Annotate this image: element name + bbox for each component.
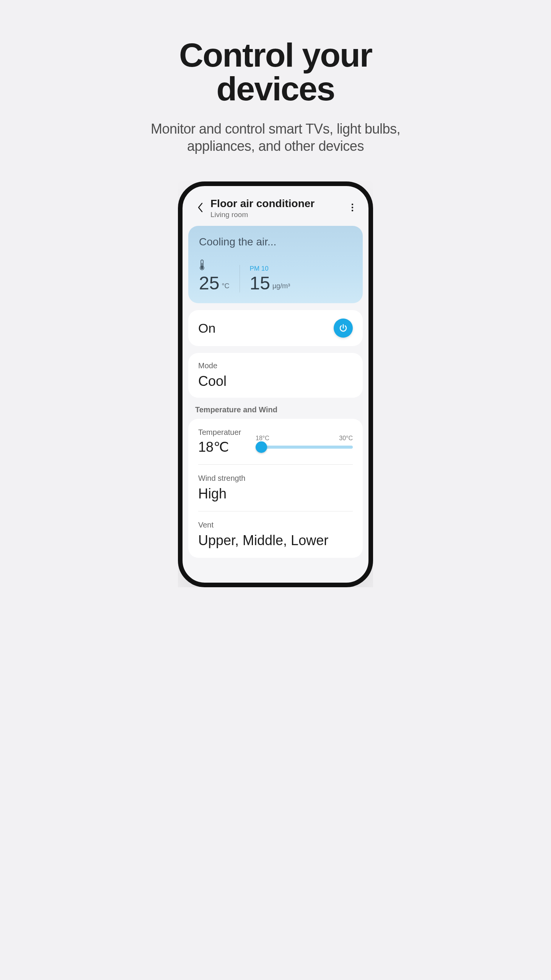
wind-value: High [198,486,353,502]
chevron-left-icon [197,203,204,212]
status-metrics: 25 °C PM 10 15 µg/m³ [199,260,352,292]
hero-title: Control your devices [119,38,432,106]
metric-temperature: 25 °C [199,260,240,292]
hero-subtitle: Monitor and control smart TVs, light bul… [119,120,432,155]
phone-frame: Floor air conditioner Living room Coolin… [178,181,373,587]
wind-row[interactable]: Wind strength High [198,474,353,502]
slider-min-label: 18°C [256,435,269,442]
pm-value: 15 [250,274,270,292]
title-block: Floor air conditioner Living room [210,198,347,219]
pm-value-row: 15 µg/m³ [250,274,290,292]
mode-card[interactable]: Mode Cool [188,353,363,398]
svg-point-6 [201,267,203,269]
mode-label: Mode [198,361,353,370]
status-card[interactable]: Cooling the air... 25 °C [188,226,363,303]
slider-labels: 18°C 30°C [256,435,353,442]
slider-thumb[interactable] [256,441,267,453]
svg-point-0 [352,204,353,205]
power-icon [339,323,348,333]
thermometer-icon [199,260,205,270]
slider-track [256,446,353,449]
current-temperature-unit: °C [222,283,229,289]
metric-pm: PM 10 15 µg/m³ [240,265,290,292]
back-button[interactable] [193,200,208,215]
power-card: On [188,310,363,346]
temperature-label: Temperatuer [198,428,256,437]
current-temperature: 25 °C [199,274,230,292]
temperature-readout: Temperatuer 18℃ [198,428,256,455]
temperature-row: Temperatuer 18℃ 18°C 30°C [198,428,353,455]
current-temperature-value: 25 [199,274,219,292]
slider-max-label: 30°C [339,435,353,442]
temperature-wind-card: Temperatuer 18℃ 18°C 30°C [188,419,363,558]
pm-label: PM 10 [250,265,269,273]
mode-value: Cool [198,373,353,389]
divider [198,511,353,511]
temperature-value: 18℃ [198,439,256,455]
wind-label: Wind strength [198,474,353,483]
divider [198,464,353,465]
power-button[interactable] [334,318,353,338]
power-state-label: On [198,321,215,336]
phone-screen: Floor air conditioner Living room Coolin… [178,181,373,587]
status-text: Cooling the air... [199,236,352,248]
more-button[interactable] [347,200,358,215]
vent-value: Upper, Middle, Lower [198,532,353,549]
kebab-icon [351,203,354,212]
device-title: Floor air conditioner [210,198,347,210]
section-title: Temperature and Wind [195,405,361,414]
svg-point-1 [352,207,353,208]
vent-label: Vent [198,521,353,529]
device-room: Living room [210,211,347,219]
top-bar: Floor air conditioner Living room [188,198,363,226]
temperature-slider[interactable]: 18°C 30°C [256,431,353,452]
vent-row[interactable]: Vent Upper, Middle, Lower [198,521,353,549]
pm-unit: µg/m³ [272,283,290,289]
svg-point-2 [352,210,353,211]
